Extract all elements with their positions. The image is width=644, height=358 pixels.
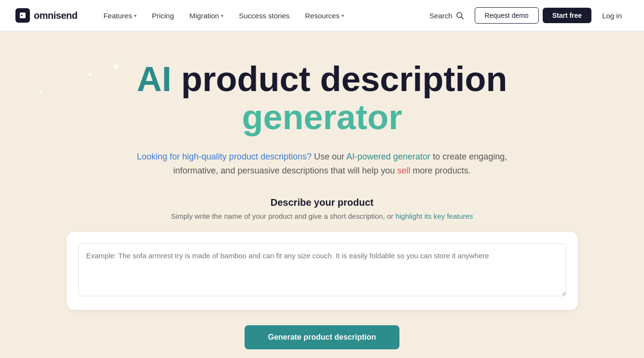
nav-pricing[interactable]: Pricing <box>145 8 181 24</box>
nav-features[interactable]: Features ▾ <box>96 8 143 24</box>
nav-success-stories[interactable]: Success stories <box>232 8 296 24</box>
svg-rect-1 <box>21 15 23 16</box>
logo-text: omnisend <box>34 10 77 21</box>
nav-migration[interactable]: Migration ▾ <box>183 8 231 24</box>
subtitle-highlight-looking: Looking for high-quality product descrip… <box>137 152 314 161</box>
features-chevron-icon: ▾ <box>134 13 137 18</box>
sparkle-icon-3: ✦ <box>39 89 43 96</box>
textarea-container <box>67 232 578 310</box>
login-button[interactable]: Log in <box>595 8 629 24</box>
describe-section: Describe your product Simply write the n… <box>19 197 625 220</box>
hero-title-generator: generator <box>242 98 402 136</box>
hero-title-middle: product description <box>171 60 507 98</box>
describe-subtitle-text: Simply write the name of your product an… <box>171 212 395 220</box>
logo-link[interactable]: omnisend <box>15 8 77 23</box>
hero-title: AI product description generator <box>93 60 551 136</box>
svg-line-3 <box>461 17 463 19</box>
migration-chevron-icon: ▾ <box>221 13 223 18</box>
nav-actions: Search Request demo Start free Log in <box>423 7 629 24</box>
hero-section: ✦ ✦ ✦ · AI product description generator… <box>0 31 644 358</box>
hero-subtitle: Looking for high-quality product descrip… <box>134 150 510 178</box>
request-demo-button[interactable]: Request demo <box>475 7 539 24</box>
product-description-input[interactable] <box>78 243 566 296</box>
sparkle-icon-1: ✦ <box>87 70 93 79</box>
sparkle-icon-4: · <box>63 128 64 133</box>
describe-title: Describe your product <box>19 197 625 208</box>
nav-links: Features ▾ Pricing Migration ▾ Success s… <box>96 8 423 24</box>
nav-resources[interactable]: Resources ▾ <box>298 8 351 24</box>
generate-button[interactable]: Generate product description <box>245 325 399 349</box>
subtitle-highlight-ai: AI-powered generator <box>346 152 430 161</box>
describe-subtitle-highlight: highlight its key features <box>396 212 473 220</box>
logo-icon <box>15 8 30 23</box>
navbar: omnisend Features ▾ Pricing Migration ▾ … <box>0 0 644 31</box>
subtitle-more: more products. <box>411 166 471 175</box>
hero-title-ai: AI <box>137 60 171 98</box>
search-button[interactable]: Search <box>423 7 471 24</box>
start-free-button[interactable]: Start free <box>543 8 591 23</box>
subtitle-use: Use our <box>314 152 346 161</box>
describe-subtitle: Simply write the name of your product an… <box>19 212 625 220</box>
search-icon <box>455 11 464 20</box>
resources-chevron-icon: ▾ <box>342 13 344 18</box>
subtitle-highlight-sell: sell <box>397 166 411 175</box>
